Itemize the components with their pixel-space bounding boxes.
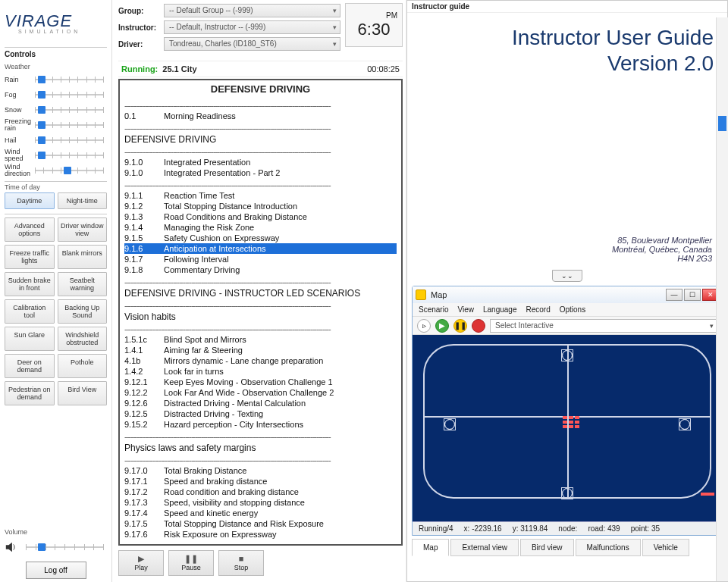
right-scrollbar[interactable] bbox=[716, 17, 728, 581]
map-window-icon bbox=[416, 289, 426, 300]
scenario-row[interactable]: 9.15.2Hazard perception - City Intersect… bbox=[124, 419, 397, 430]
time-of-day-night-time[interactable]: Night-time bbox=[58, 192, 108, 209]
map-menu-language[interactable]: Language bbox=[483, 305, 517, 314]
option-pothole[interactable]: Pothole bbox=[58, 354, 108, 378]
scenario-row[interactable]: 4.1bMirrors dynamic - Lane change prepar… bbox=[124, 355, 397, 366]
tab-bird view[interactable]: Bird view bbox=[520, 539, 574, 556]
map-menu-view[interactable]: View bbox=[457, 305, 474, 314]
map-window: Map — ☐ ✕ ScenarioViewLanguageRecordOpti… bbox=[412, 286, 723, 536]
option-driver-window-view[interactable]: Driver window view bbox=[58, 217, 108, 242]
scenario-row[interactable]: 9.1.6Anticipation at Intersections bbox=[124, 243, 397, 254]
scenario-row[interactable]: 9.1.5Safety Cushion on Expressway bbox=[124, 233, 397, 243]
scenario-row[interactable]: 9.17.6Risk Exposure on Expressway bbox=[124, 529, 397, 540]
option-bird-view[interactable]: Bird View bbox=[58, 381, 108, 405]
scenario-row[interactable]: 9.17.4Speed and kinetic energy bbox=[124, 508, 397, 518]
scenario-row[interactable]: 0.1Morning Readiness bbox=[124, 111, 397, 121]
minimize-button[interactable]: — bbox=[666, 289, 682, 301]
tab-map[interactable]: Map bbox=[412, 539, 449, 556]
weather-slider-wind speed[interactable] bbox=[32, 149, 107, 161]
instructor-select[interactable]: -- Default, Instructor -- (-999) bbox=[164, 20, 340, 34]
scenario-row[interactable]: 9.17.1Speed and braking distance bbox=[124, 476, 397, 487]
scenario-row[interactable]: 9.1.1Reaction Time Test bbox=[124, 190, 397, 201]
instructor-label: Instructor: bbox=[118, 23, 159, 32]
stop-button[interactable]: ■Stop bbox=[218, 550, 264, 576]
running-scenario: 25.1 City bbox=[162, 64, 196, 74]
vehicle-cluster bbox=[563, 416, 593, 439]
running-status: Running: bbox=[121, 64, 158, 74]
weather-slider-snow[interactable] bbox=[32, 104, 107, 116]
option-calibration-tool[interactable]: Calibration tool bbox=[5, 299, 55, 324]
tab-vehicle[interactable]: Vehicle bbox=[642, 539, 689, 556]
option-blank-mirrors[interactable]: Blank mirrors bbox=[58, 245, 108, 269]
pause-button[interactable]: ❚❚Pause bbox=[168, 550, 214, 576]
scenario-row[interactable]: 9.12.1Keep Eyes Moving - Observation Cha… bbox=[124, 377, 397, 387]
group-label: Group: bbox=[118, 7, 159, 15]
scenario-row[interactable]: 9.17.3Speed, visibility and stopping dis… bbox=[124, 497, 397, 508]
option-advanced-options[interactable]: Advanced options bbox=[5, 217, 55, 242]
play-button[interactable]: ▶Play bbox=[118, 550, 164, 576]
weather-slider-label: Wind direction bbox=[5, 164, 32, 177]
scenario-title: DEFENSIVE DRIVING bbox=[120, 80, 401, 96]
option-deer-on-demand[interactable]: Deer on demand bbox=[5, 354, 55, 378]
driver-label: Driver: bbox=[118, 40, 159, 48]
weather-slider-label: Freezing rain bbox=[5, 118, 32, 132]
scenario-row[interactable]: 9.17.5Total Stopping Distance and Risk E… bbox=[124, 518, 397, 529]
maximize-button[interactable]: ☐ bbox=[684, 289, 701, 301]
weather-slider-label: Snow bbox=[5, 107, 32, 114]
scenario-list[interactable]: ----------------------------------------… bbox=[120, 99, 401, 544]
time-of-day-daytime[interactable]: Daytime bbox=[5, 192, 55, 209]
scenario-row[interactable]: 9.17.0Total Braking Distance bbox=[124, 465, 397, 476]
logoff-button[interactable]: Log off bbox=[26, 562, 86, 579]
guide-addr-1: 85, Boulevard Montpellier bbox=[612, 236, 712, 245]
toolbar-record-icon[interactable] bbox=[472, 319, 485, 333]
map-canvas[interactable] bbox=[413, 335, 722, 521]
tab-external view[interactable]: External view bbox=[450, 539, 518, 556]
clock: PM 6:30 bbox=[345, 3, 403, 47]
weather-slider-hail[interactable] bbox=[32, 134, 107, 146]
play-icon: ▶ bbox=[138, 555, 144, 563]
scenario-row[interactable]: 9.12.2Look Far And Wide - Observation Ch… bbox=[124, 387, 397, 398]
weather-slider-wind direction[interactable] bbox=[32, 164, 107, 177]
scenario-row[interactable]: 1.5.1cBlind Spot and Mirrors bbox=[124, 334, 397, 345]
guide-collapse-button[interactable]: ⌄⌄ bbox=[552, 270, 582, 282]
section-header: Vision habits bbox=[124, 311, 397, 322]
driver-select[interactable]: Tondreau, Charles (ID180_ST6) bbox=[164, 37, 340, 51]
scenario-row[interactable]: 9.12.6Distracted Driving - Mental Calcul… bbox=[124, 398, 397, 408]
guide-title-line2: Version 2.0 bbox=[421, 51, 714, 77]
scenario-row[interactable]: 9.1.8Commentary Driving bbox=[124, 264, 397, 275]
volume-slider[interactable] bbox=[23, 541, 107, 553]
toolbar-step-icon[interactable]: ▹ bbox=[417, 319, 431, 333]
toolbar-pause-icon[interactable]: ❚❚ bbox=[453, 319, 467, 333]
option-backing-up-sound[interactable]: Backing Up Sound bbox=[58, 299, 108, 324]
scenario-row[interactable]: 9.1.2Total Stopping Distance Introductio… bbox=[124, 201, 397, 211]
scenario-row[interactable]: 9.1.0Integrated Presentation - Part 2 bbox=[124, 167, 397, 178]
weather-slider-label: Fog bbox=[5, 92, 32, 99]
option-sudden-brake-in-front[interactable]: Sudden brake in front bbox=[5, 272, 55, 296]
tab-malfunctions[interactable]: Malfunctions bbox=[576, 539, 641, 556]
weather-slider-fog[interactable] bbox=[32, 89, 107, 101]
toolbar-play-icon[interactable]: ▶ bbox=[435, 319, 449, 333]
scenario-row[interactable]: 9.1.0Integrated Presentation bbox=[124, 157, 397, 167]
scenario-row[interactable]: 9.12.5Distracted Driving - Texting bbox=[124, 408, 397, 419]
map-menu-scenario[interactable]: Scenario bbox=[419, 305, 448, 314]
scenario-row[interactable]: 1.4.1Aiming far & Steering bbox=[124, 345, 397, 355]
group-select[interactable]: -- Default Group -- (-999) bbox=[164, 4, 340, 17]
scenario-row[interactable]: 1.4.2Look far in turns bbox=[124, 366, 397, 377]
scenario-row[interactable]: 9.17.2Road condition and braking distanc… bbox=[124, 487, 397, 497]
option-pedestrian-on-demand[interactable]: Pedestrian on demand bbox=[5, 381, 55, 405]
option-windshield-obstructed[interactable]: Windshield obstructed bbox=[58, 327, 108, 351]
toolbar-select-interactive[interactable]: Select Interactive bbox=[490, 319, 717, 333]
option-freeze-traffic-lights[interactable]: Freeze traffic lights bbox=[5, 245, 55, 269]
scenario-row[interactable]: 9.1.3Road Conditions and Braking Distanc… bbox=[124, 211, 397, 222]
option-seatbelt-warning[interactable]: Seatbelt warning bbox=[58, 272, 108, 296]
guide-body: Instructor User Guide Version 2.0 85, Bo… bbox=[407, 13, 727, 281]
map-menu-options[interactable]: Options bbox=[560, 305, 585, 314]
scenario-row[interactable]: 9.1.7Following Interval bbox=[124, 254, 397, 264]
map-menu-record[interactable]: Record bbox=[526, 305, 550, 314]
weather-slider-freezing rain[interactable] bbox=[32, 119, 107, 131]
pause-icon: ❚❚ bbox=[184, 555, 198, 563]
option-sun-glare[interactable]: Sun Glare bbox=[5, 327, 55, 351]
scenario-row[interactable]: 9.1.4Managing the Risk Zone bbox=[124, 222, 397, 233]
status-node: node: bbox=[558, 524, 577, 533]
weather-slider-rain[interactable] bbox=[32, 74, 107, 86]
